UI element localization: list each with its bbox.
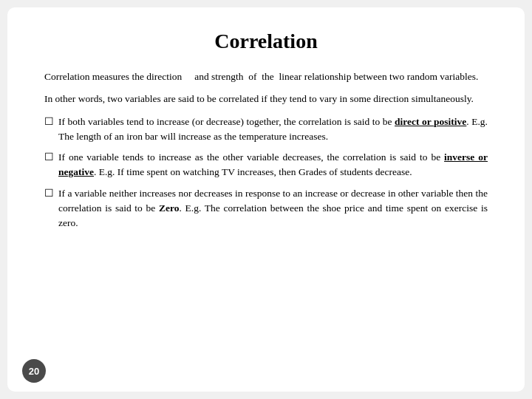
term-inverse-negative: inverse or negative [58, 151, 488, 177]
bullet-item-2: ☐ If one variable tends to increase as t… [44, 150, 488, 180]
bullet-text-2: If one variable tends to increase as the… [58, 150, 488, 180]
slide: Correlation Correlation measures the dir… [7, 7, 525, 392]
term-zero: Zero [159, 202, 180, 214]
intro-paragraph-1: Correlation measures the direction and s… [44, 69, 488, 84]
bullet-item-3: ☐ If a variable neither increases nor de… [44, 186, 488, 231]
term-direct-positive: direct or positive [395, 116, 466, 127]
bullet-list: ☐ If both variables tend to increase (or… [44, 115, 488, 231]
bullet-text-1: If both variables tend to increase (or d… [58, 115, 488, 145]
page-number: 20 [22, 359, 46, 383]
bullet-item-1: ☐ If both variables tend to increase (or… [44, 115, 488, 145]
bullet-text-3: If a variable neither increases nor decr… [58, 186, 488, 231]
bullet-marker-1: ☐ [44, 115, 54, 129]
slide-body: Correlation measures the direction and s… [44, 69, 488, 369]
intro-paragraph-2: In other words, two variables are said t… [44, 92, 488, 106]
bullet-marker-2: ☐ [44, 150, 54, 165]
slide-title: Correlation [44, 30, 488, 53]
bullet-marker-3: ☐ [44, 186, 54, 201]
